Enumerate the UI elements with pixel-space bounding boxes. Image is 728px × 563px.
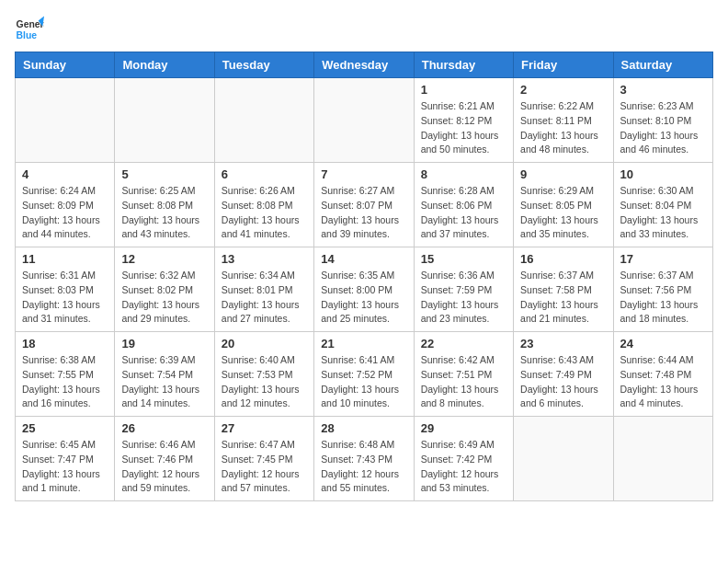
day-number: 14 [321, 252, 406, 266]
day-info: Sunrise: 6:35 AMSunset: 8:00 PMDaylight:… [321, 269, 406, 327]
weekday-header-monday: Monday [115, 52, 214, 78]
day-number: 21 [321, 337, 406, 350]
day-number: 18 [22, 337, 108, 350]
day-number: 9 [520, 167, 606, 181]
day-number: 7 [321, 167, 406, 181]
calendar-cell [514, 417, 613, 501]
calendar-cell [314, 78, 414, 163]
calendar-cell: 26Sunrise: 6:46 AMSunset: 7:46 PMDayligh… [115, 417, 214, 501]
day-info: Sunrise: 6:46 AMSunset: 7:46 PMDaylight:… [121, 438, 207, 496]
calendar-cell: 15Sunrise: 6:36 AMSunset: 7:59 PMDayligh… [414, 247, 513, 332]
day-info: Sunrise: 6:39 AMSunset: 7:54 PMDaylight:… [121, 353, 207, 411]
calendar-cell: 11Sunrise: 6:31 AMSunset: 8:03 PMDayligh… [16, 247, 115, 332]
calendar-cell: 20Sunrise: 6:40 AMSunset: 7:53 PMDayligh… [214, 332, 313, 417]
day-info: Sunrise: 6:32 AMSunset: 8:02 PMDaylight:… [121, 269, 207, 327]
week-row-1: 1Sunrise: 6:21 AMSunset: 8:12 PMDaylight… [16, 78, 713, 163]
day-info: Sunrise: 6:23 AMSunset: 8:10 PMDaylight:… [620, 99, 706, 157]
calendar-cell [214, 78, 313, 163]
weekday-header-tuesday: Tuesday [214, 52, 313, 78]
calendar-cell: 19Sunrise: 6:39 AMSunset: 7:54 PMDayligh… [115, 332, 214, 417]
day-info: Sunrise: 6:24 AMSunset: 8:09 PMDaylight:… [22, 184, 108, 242]
page-header: General Blue [15, 15, 713, 44]
day-number: 20 [222, 337, 307, 350]
day-number: 26 [121, 421, 207, 435]
calendar-cell: 3Sunrise: 6:23 AMSunset: 8:10 PMDaylight… [613, 78, 712, 163]
day-number: 6 [222, 167, 307, 181]
weekday-header-saturday: Saturday [613, 52, 712, 78]
calendar-cell: 21Sunrise: 6:41 AMSunset: 7:52 PMDayligh… [314, 332, 414, 417]
day-number: 10 [620, 167, 706, 181]
calendar-cell: 6Sunrise: 6:26 AMSunset: 8:08 PMDaylight… [214, 163, 313, 247]
calendar-cell: 17Sunrise: 6:37 AMSunset: 7:56 PMDayligh… [613, 247, 712, 332]
day-info: Sunrise: 6:47 AMSunset: 7:45 PMDaylight:… [222, 438, 307, 496]
calendar-cell: 16Sunrise: 6:37 AMSunset: 7:58 PMDayligh… [514, 247, 613, 332]
day-info: Sunrise: 6:37 AMSunset: 7:56 PMDaylight:… [620, 269, 706, 327]
calendar-cell: 8Sunrise: 6:28 AMSunset: 8:06 PMDaylight… [414, 163, 513, 247]
day-info: Sunrise: 6:21 AMSunset: 8:12 PMDaylight:… [421, 99, 506, 157]
week-row-3: 11Sunrise: 6:31 AMSunset: 8:03 PMDayligh… [16, 247, 713, 332]
day-number: 19 [121, 337, 207, 350]
calendar-cell: 7Sunrise: 6:27 AMSunset: 8:07 PMDaylight… [314, 163, 414, 247]
day-info: Sunrise: 6:31 AMSunset: 8:03 PMDaylight:… [22, 269, 108, 327]
day-info: Sunrise: 6:45 AMSunset: 7:47 PMDaylight:… [22, 438, 108, 496]
day-info: Sunrise: 6:40 AMSunset: 7:53 PMDaylight:… [222, 353, 307, 411]
day-info: Sunrise: 6:36 AMSunset: 7:59 PMDaylight:… [421, 269, 506, 327]
week-row-2: 4Sunrise: 6:24 AMSunset: 8:09 PMDaylight… [16, 163, 713, 247]
calendar-cell: 25Sunrise: 6:45 AMSunset: 7:47 PMDayligh… [16, 417, 115, 501]
week-row-5: 25Sunrise: 6:45 AMSunset: 7:47 PMDayligh… [16, 417, 713, 501]
calendar-cell: 18Sunrise: 6:38 AMSunset: 7:55 PMDayligh… [16, 332, 115, 417]
day-info: Sunrise: 6:30 AMSunset: 8:04 PMDaylight:… [620, 184, 706, 242]
calendar-cell: 9Sunrise: 6:29 AMSunset: 8:05 PMDaylight… [514, 163, 613, 247]
day-info: Sunrise: 6:29 AMSunset: 8:05 PMDaylight:… [520, 184, 606, 242]
day-number: 3 [620, 83, 706, 97]
day-number: 8 [421, 167, 506, 181]
day-number: 28 [321, 421, 406, 435]
day-number: 13 [222, 252, 307, 266]
logo-icon: General Blue [15, 15, 44, 44]
day-info: Sunrise: 6:44 AMSunset: 7:48 PMDaylight:… [620, 353, 706, 411]
calendar-cell: 4Sunrise: 6:24 AMSunset: 8:09 PMDaylight… [16, 163, 115, 247]
calendar-cell: 1Sunrise: 6:21 AMSunset: 8:12 PMDaylight… [414, 78, 513, 163]
day-number: 2 [520, 83, 606, 97]
calendar-cell [613, 417, 712, 501]
calendar-cell: 2Sunrise: 6:22 AMSunset: 8:11 PMDaylight… [514, 78, 613, 163]
day-info: Sunrise: 6:43 AMSunset: 7:49 PMDaylight:… [520, 353, 606, 411]
day-number: 16 [520, 252, 606, 266]
day-info: Sunrise: 6:28 AMSunset: 8:06 PMDaylight:… [421, 184, 506, 242]
weekday-header-thursday: Thursday [414, 52, 513, 78]
calendar-cell: 5Sunrise: 6:25 AMSunset: 8:08 PMDaylight… [115, 163, 214, 247]
calendar-table: SundayMondayTuesdayWednesdayThursdayFrid… [15, 52, 713, 501]
logo: General Blue [15, 15, 44, 44]
day-number: 25 [22, 421, 108, 435]
day-info: Sunrise: 6:37 AMSunset: 7:58 PMDaylight:… [520, 269, 606, 327]
calendar-cell: 12Sunrise: 6:32 AMSunset: 8:02 PMDayligh… [115, 247, 214, 332]
calendar-cell: 24Sunrise: 6:44 AMSunset: 7:48 PMDayligh… [613, 332, 712, 417]
day-info: Sunrise: 6:27 AMSunset: 8:07 PMDaylight:… [321, 184, 406, 242]
day-info: Sunrise: 6:41 AMSunset: 7:52 PMDaylight:… [321, 353, 406, 411]
day-number: 5 [121, 167, 207, 181]
calendar-cell: 23Sunrise: 6:43 AMSunset: 7:49 PMDayligh… [514, 332, 613, 417]
calendar-header-row: SundayMondayTuesdayWednesdayThursdayFrid… [16, 52, 713, 78]
day-number: 22 [421, 337, 506, 350]
day-number: 23 [520, 337, 606, 350]
day-number: 12 [121, 252, 207, 266]
calendar-cell: 10Sunrise: 6:30 AMSunset: 8:04 PMDayligh… [613, 163, 712, 247]
day-number: 17 [620, 252, 706, 266]
svg-text:Blue: Blue [17, 30, 38, 40]
weekday-header-friday: Friday [514, 52, 613, 78]
day-number: 29 [421, 421, 506, 435]
calendar-cell: 13Sunrise: 6:34 AMSunset: 8:01 PMDayligh… [214, 247, 313, 332]
day-number: 24 [620, 337, 706, 350]
calendar-cell: 29Sunrise: 6:49 AMSunset: 7:42 PMDayligh… [414, 417, 513, 501]
calendar-cell: 22Sunrise: 6:42 AMSunset: 7:51 PMDayligh… [414, 332, 513, 417]
day-info: Sunrise: 6:48 AMSunset: 7:43 PMDaylight:… [321, 438, 406, 496]
calendar-cell: 28Sunrise: 6:48 AMSunset: 7:43 PMDayligh… [314, 417, 414, 501]
day-number: 4 [22, 167, 108, 181]
day-info: Sunrise: 6:34 AMSunset: 8:01 PMDaylight:… [222, 269, 307, 327]
calendar-cell [16, 78, 115, 163]
calendar-cell: 14Sunrise: 6:35 AMSunset: 8:00 PMDayligh… [314, 247, 414, 332]
day-number: 15 [421, 252, 506, 266]
day-info: Sunrise: 6:22 AMSunset: 8:11 PMDaylight:… [520, 99, 606, 157]
day-info: Sunrise: 6:38 AMSunset: 7:55 PMDaylight:… [22, 353, 108, 411]
calendar-cell: 27Sunrise: 6:47 AMSunset: 7:45 PMDayligh… [214, 417, 313, 501]
